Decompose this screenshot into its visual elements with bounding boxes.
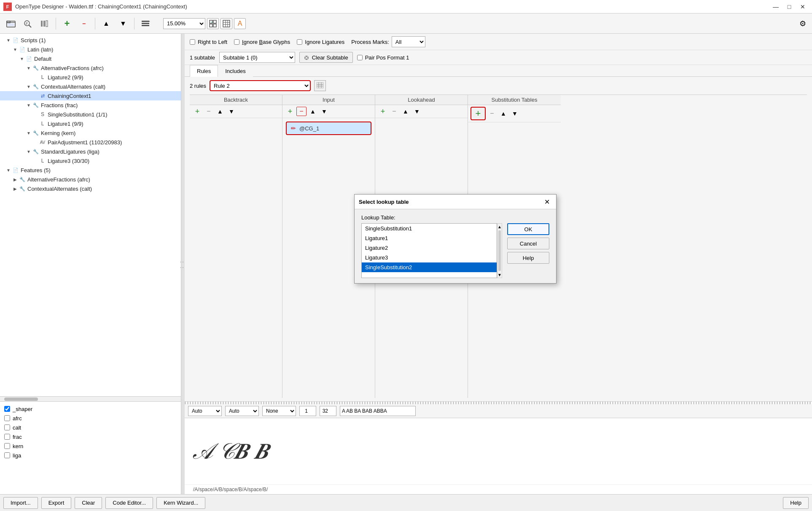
- tree-item-liga[interactable]: ▼ 🔧 StandardLigatures (liga): [0, 147, 181, 156]
- dialog-ok-button[interactable]: OK: [507, 223, 549, 235]
- tree-item-pair1[interactable]: AV PairAdjustment1 (1102/20983): [0, 138, 181, 147]
- import-button[interactable]: Import...: [3, 497, 38, 509]
- maximize-button[interactable]: □: [783, 2, 795, 12]
- export-button[interactable]: Export: [41, 497, 72, 509]
- select-lookup-dialog[interactable]: Select lookup table ✕ Lookup Table: Sing…: [354, 194, 557, 284]
- backtrack-up-button[interactable]: ▲: [215, 107, 225, 116]
- list-item-lig2[interactable]: Ligature2: [362, 243, 497, 253]
- rule-grid-button[interactable]: [314, 80, 326, 91]
- scrollbar-down-arrow[interactable]: ▼: [497, 272, 502, 278]
- code-editor-button[interactable]: Code Editor...: [105, 497, 153, 509]
- tree-toggle-liga[interactable]: ▼: [25, 148, 32, 155]
- tree-hscrollbar[interactable]: [0, 396, 181, 401]
- feature-frac-checkbox[interactable]: [4, 434, 10, 440]
- tree-item-kern[interactable]: ▼ 🔧 Kerning (kern): [0, 128, 181, 138]
- tree-toggle-frac[interactable]: ▼: [25, 102, 32, 108]
- zoom-select[interactable]: 15.00% 25.00% 50.00% 100.00%: [163, 18, 205, 29]
- substitution-up-button[interactable]: ▲: [498, 109, 508, 118]
- lookahead-up-button[interactable]: ▲: [401, 107, 411, 116]
- view-options-button[interactable]: [138, 16, 153, 31]
- input-down-button[interactable]: ▼: [319, 107, 329, 116]
- add-button[interactable]: +: [59, 16, 75, 31]
- fit-view-button[interactable]: [207, 18, 219, 29]
- feature-calt-checkbox[interactable]: [4, 424, 10, 430]
- table-view-button[interactable]: [220, 18, 232, 29]
- panel-resizer[interactable]: ⋮⋮: [181, 34, 185, 494]
- feature-shaper-checkbox[interactable]: [4, 406, 10, 412]
- tab-includes[interactable]: Includes: [218, 65, 253, 77]
- script-tree[interactable]: ▼ 📄 Scripts (1) ▼ 📄 Latin (latn) ▼ 📄 Def…: [0, 34, 181, 396]
- process-marks-select[interactable]: All None: [392, 36, 425, 47]
- tree-toggle-latin[interactable]: ▼: [12, 46, 19, 53]
- input-cell-cg1[interactable]: ✏ @CG_1: [286, 122, 371, 135]
- tree-item-feat-calt[interactable]: ▶ 🔧 ContextualAlternates (calt): [0, 184, 181, 193]
- lookahead-remove-button[interactable]: −: [389, 107, 399, 116]
- substitution-remove-button[interactable]: −: [487, 109, 497, 118]
- tree-item-feat-afrc[interactable]: ▶ 🔧 AlternativeFractions (afrc): [0, 175, 181, 184]
- tree-toggle-calt[interactable]: ▼: [25, 83, 32, 90]
- move-up-button[interactable]: ▲: [99, 16, 114, 31]
- tree-item-ss1[interactable]: S SingleSubstitution1 (1/1): [0, 110, 181, 119]
- feature-liga-checkbox[interactable]: [4, 452, 10, 458]
- tree-toggle-afrc[interactable]: ▼: [25, 65, 32, 71]
- tab-rules[interactable]: Rules: [190, 65, 218, 77]
- backtrack-add-button[interactable]: +: [192, 107, 202, 116]
- ignore-ligatures-checkbox[interactable]: [297, 39, 302, 45]
- list-item-lig3[interactable]: Ligature3: [362, 253, 497, 262]
- kern-wizard-button[interactable]: Kern Wizard...: [156, 497, 205, 509]
- feature-afrc-checkbox[interactable]: [4, 415, 10, 421]
- input-add-button[interactable]: +: [285, 107, 295, 116]
- tree-toggle-features[interactable]: ▼: [5, 167, 12, 173]
- tree-item-frac[interactable]: ▼ 🔧 Fractions (frac): [0, 100, 181, 110]
- subtable-select[interactable]: Subtable 1 (0): [219, 52, 295, 63]
- tree-item-ligature2[interactable]: L Ligature2 (9/9): [0, 73, 181, 82]
- input-remove-button[interactable]: −: [296, 107, 307, 116]
- tree-toggle-feat-afrc[interactable]: ▶: [12, 176, 19, 183]
- preview-none-select[interactable]: None: [262, 406, 296, 416]
- dialog-scrollbar[interactable]: ▲ ▼: [497, 223, 502, 278]
- tree-item-lig3[interactable]: L Ligature3 (30/30): [0, 156, 181, 165]
- substitution-down-button[interactable]: ▼: [510, 109, 520, 118]
- input-up-button[interactable]: ▲: [308, 107, 318, 116]
- settings-gear-button[interactable]: ⚙: [797, 18, 809, 30]
- preview-auto2-select[interactable]: Auto: [225, 406, 259, 416]
- list-item-lig1[interactable]: Ligature1: [362, 233, 497, 243]
- list-item-ss1[interactable]: SingleSubstitution1: [362, 224, 497, 233]
- list-item-ss2[interactable]: SingleSubstitution2: [362, 262, 497, 272]
- lookahead-down-button[interactable]: ▼: [412, 107, 422, 116]
- glyph-view-button[interactable]: A: [234, 18, 246, 29]
- clear-subtable-button[interactable]: Clear Subtable: [299, 52, 353, 63]
- close-button[interactable]: ✕: [797, 2, 809, 12]
- right-to-left-checkbox[interactable]: [190, 39, 195, 45]
- substitution-add-button[interactable]: +: [471, 107, 486, 120]
- toolbar-btn-3[interactable]: [37, 16, 52, 31]
- ignore-base-checkbox[interactable]: [234, 39, 239, 45]
- tree-toggle-scripts[interactable]: ▼: [5, 37, 12, 43]
- lookup-table-list[interactable]: SingleSubstitution1 Ligature1 Ligature2 …: [361, 223, 497, 278]
- tree-toggle-default[interactable]: ▼: [19, 55, 25, 62]
- tree-item-calt[interactable]: ▼ 🔧 ContextualAlternates (calt): [0, 82, 181, 91]
- tree-toggle-kern[interactable]: ▼: [25, 130, 32, 136]
- preview-auto1-select[interactable]: Auto: [188, 406, 222, 416]
- tree-item-features[interactable]: ▼ 📄 Features (5): [0, 165, 181, 175]
- scrollbar-up-arrow[interactable]: ▲: [497, 224, 502, 230]
- clear-button[interactable]: Clear: [75, 497, 102, 509]
- toolbar-btn-2[interactable]: F: [20, 16, 35, 31]
- move-down-button[interactable]: ▼: [116, 16, 131, 31]
- lookahead-add-button[interactable]: +: [378, 107, 388, 116]
- preview-num1-input[interactable]: [299, 406, 316, 416]
- tree-item-chaining[interactable]: ⇄ ChainingContext1: [0, 91, 181, 100]
- pair-pos-checkbox[interactable]: [357, 55, 363, 60]
- toolbar-btn-1[interactable]: [3, 16, 19, 31]
- tree-item-default[interactable]: ▼ 📄 Default: [0, 54, 181, 63]
- help-button[interactable]: Help: [783, 497, 809, 509]
- dialog-close-button[interactable]: ✕: [542, 197, 552, 206]
- preview-num2-input[interactable]: [320, 406, 336, 416]
- dialog-help-button[interactable]: Help: [507, 252, 549, 264]
- tree-item-afrc[interactable]: ▼ 🔧 AlternativeFractions (afrc): [0, 63, 181, 73]
- backtrack-remove-button[interactable]: −: [204, 107, 214, 116]
- tree-item-lig1[interactable]: L Ligature1 (9/9): [0, 119, 181, 128]
- dialog-cancel-button[interactable]: Cancel: [507, 238, 549, 249]
- backtrack-down-button[interactable]: ▼: [226, 107, 237, 116]
- preview-text-input[interactable]: [340, 406, 416, 416]
